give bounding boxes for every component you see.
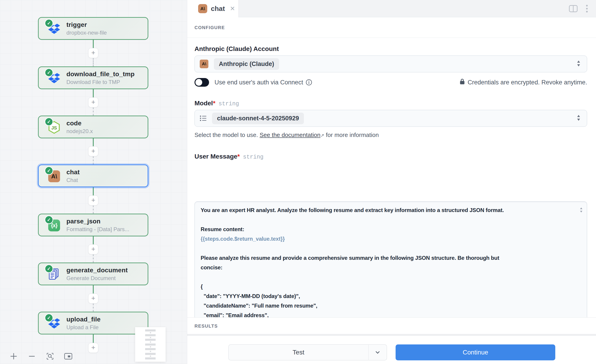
split-view-icon[interactable] bbox=[569, 5, 578, 13]
account-field-label: Anthropic (Claude) Account bbox=[194, 45, 279, 52]
success-check-icon: ✓ bbox=[45, 215, 53, 224]
panel-footer: Test Continue bbox=[187, 336, 596, 364]
documentation-link[interactable]: See the documentation bbox=[260, 132, 320, 138]
panel-tabbar: A\ chat ✕ bbox=[187, 0, 596, 17]
divider bbox=[187, 334, 596, 336]
connector bbox=[93, 187, 94, 195]
workflow-node-upload-file[interactable]: ✓ upload_file Upload a File bbox=[38, 312, 148, 334]
add-step-button[interactable]: + bbox=[88, 293, 98, 304]
connector bbox=[93, 89, 94, 97]
tab-chat[interactable]: A\ chat ✕ bbox=[187, 0, 239, 17]
user-message-line bbox=[201, 215, 573, 224]
node-title: parse_json bbox=[67, 218, 129, 225]
required-asterisk: * bbox=[213, 100, 216, 107]
node-subtitle: Generate Document bbox=[67, 275, 128, 282]
workflow-minimap[interactable] bbox=[135, 327, 166, 362]
workflow-node-download-file[interactable]: ✓ download_file_to_tmp Download File to … bbox=[38, 67, 148, 89]
add-step-button[interactable]: + bbox=[88, 146, 98, 156]
minimap-node-bar bbox=[145, 357, 156, 359]
close-tab-icon[interactable]: ✕ bbox=[230, 5, 235, 12]
connector bbox=[93, 40, 94, 48]
add-step-button[interactable]: + bbox=[88, 48, 98, 58]
results-section: RESULTS bbox=[187, 317, 596, 334]
user-message-line: Please analyze this resume and provide a… bbox=[201, 253, 573, 263]
resize-updown-icon[interactable] bbox=[580, 208, 583, 213]
workflow-node-trigger[interactable]: ✓ trigger dropbox-new-file bbox=[38, 17, 148, 40]
node-subtitle: dropbox-new-file bbox=[67, 30, 107, 36]
test-options-dropdown[interactable] bbox=[368, 344, 387, 360]
minimap-node-bar bbox=[145, 343, 156, 346]
account-select[interactable]: A\ Anthropic (Claude) bbox=[194, 56, 587, 72]
anthropic-icon: A\ bbox=[200, 59, 208, 68]
continue-button[interactable]: Continue bbox=[395, 344, 555, 360]
minimap-dot bbox=[150, 342, 151, 343]
zoom-in-icon[interactable] bbox=[9, 352, 18, 361]
connect-auth-toggle[interactable] bbox=[194, 78, 209, 87]
connector bbox=[93, 236, 94, 244]
model-helper-text: Select the model to use. See the documen… bbox=[194, 132, 379, 139]
configure-label: CONFIGURE bbox=[194, 25, 225, 30]
add-step-button[interactable]: + bbox=[88, 195, 98, 205]
node-subtitle: Formatting - [Data] Pars... bbox=[67, 226, 129, 232]
chevron-down-icon bbox=[375, 351, 380, 354]
workflow-node-generate-document[interactable]: ✓ generate_document Generate Document bbox=[38, 262, 148, 285]
required-asterisk: * bbox=[237, 153, 240, 160]
account-value: Anthropic (Claude) bbox=[214, 58, 279, 70]
canvas-toolbar bbox=[9, 352, 73, 361]
connector bbox=[93, 138, 94, 146]
user-message-line: You are an expert HR analyst. Analyze th… bbox=[201, 205, 573, 215]
user-message-field-label: User Message*string bbox=[194, 153, 263, 160]
workflow-canvas[interactable]: + + + + + + + ✓ trigger d bbox=[0, 0, 187, 364]
tab-label: chat bbox=[211, 5, 225, 13]
connector bbox=[93, 334, 94, 343]
model-value: claude-sonnet-4-5-20250929 bbox=[212, 113, 304, 124]
connector-dashed bbox=[93, 254, 94, 262]
node-title: chat bbox=[67, 169, 80, 176]
success-check-icon: ✓ bbox=[45, 264, 53, 273]
node-title: upload_file bbox=[67, 316, 101, 323]
user-message-line: "date": "YYYY-MM-DD (today's date)", bbox=[201, 291, 573, 301]
minimap-dot bbox=[150, 332, 151, 333]
connector-dashed bbox=[93, 156, 94, 164]
user-message-line: Resume content: bbox=[201, 224, 573, 234]
info-icon[interactable] bbox=[306, 79, 312, 86]
kebab-menu-icon[interactable] bbox=[586, 5, 588, 14]
node-subtitle: Chat bbox=[67, 177, 80, 183]
node-subtitle: Download File to TMP bbox=[67, 79, 135, 85]
workflow-node-code[interactable]: ✓ JS code nodejs20.x bbox=[38, 116, 148, 138]
zoom-to-fit-icon[interactable] bbox=[45, 352, 55, 361]
minimap-dot bbox=[150, 356, 151, 357]
add-step-button[interactable]: + bbox=[88, 343, 98, 353]
node-subtitle: Upload a File bbox=[67, 324, 101, 331]
user-message-line bbox=[201, 244, 573, 253]
workflow-node-parse-json[interactable]: ✓ {x} parse_json Formatting - [Data] Par… bbox=[38, 214, 148, 236]
success-check-icon: ✓ bbox=[45, 313, 53, 322]
minimap-toggle-icon[interactable] bbox=[64, 352, 73, 361]
success-check-icon: ✓ bbox=[45, 166, 53, 175]
model-field-label: Model*string bbox=[194, 100, 239, 107]
model-select[interactable]: claude-sonnet-4-5-20250929 bbox=[194, 110, 587, 127]
svg-text:JS: JS bbox=[52, 125, 57, 130]
user-message-line: concise: bbox=[201, 263, 573, 272]
minimap-node-bar bbox=[145, 339, 156, 341]
workflow-builder: + + + + + + + ✓ trigger d bbox=[0, 0, 596, 364]
test-button[interactable]: Test bbox=[228, 344, 368, 360]
zoom-out-icon[interactable] bbox=[27, 352, 36, 361]
list-icon bbox=[200, 115, 207, 121]
user-message-line: { bbox=[201, 282, 573, 291]
add-step-button[interactable]: + bbox=[88, 97, 98, 107]
node-subtitle: nodejs20.x bbox=[67, 128, 93, 134]
connector-dashed bbox=[93, 205, 94, 214]
node-title: generate_document bbox=[67, 267, 128, 274]
select-updown-icon bbox=[577, 115, 581, 122]
add-step-button[interactable]: + bbox=[88, 244, 98, 254]
lock-icon bbox=[460, 78, 465, 86]
minimap-dot bbox=[150, 346, 151, 347]
connector-dashed bbox=[93, 58, 94, 67]
step-config-panel: A\ chat ✕ CONFIGURE Anthropic (Claude) A… bbox=[187, 0, 596, 364]
node-title: download_file_to_tmp bbox=[67, 71, 135, 78]
configure-header: CONFIGURE bbox=[187, 17, 596, 38]
field-type: string bbox=[219, 101, 239, 107]
workflow-node-chat[interactable]: ✓ A\ chat Chat bbox=[38, 164, 148, 187]
minimap-node-bar bbox=[145, 334, 156, 336]
